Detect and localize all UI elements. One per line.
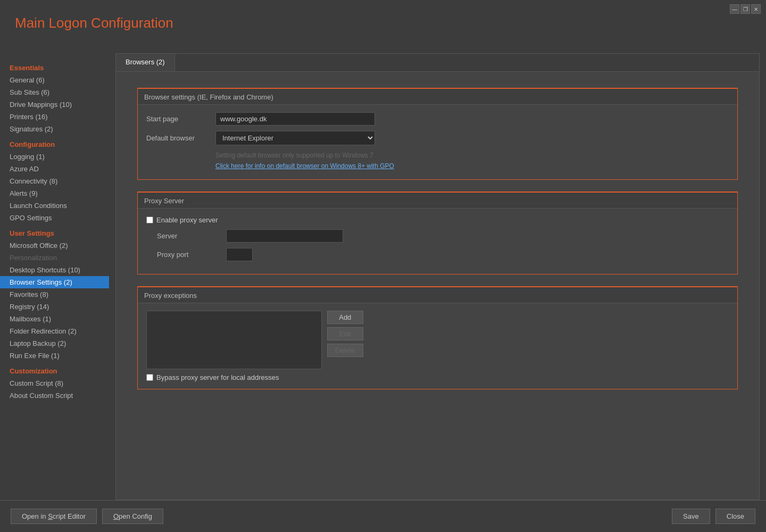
server-row: Server [157, 229, 729, 243]
proxy-exceptions-title: Proxy exceptions [138, 287, 737, 303]
restore-button[interactable]: ❐ [740, 4, 750, 14]
proxy-exceptions-inner: Add Edit Delete [146, 311, 729, 369]
server-input[interactable] [226, 229, 343, 243]
proxy-port-label: Proxy port [157, 251, 226, 259]
sidebar-item-customscript[interactable]: Custom Script (8) [0, 377, 109, 389]
app-title: Main Logon Configuration [15, 15, 173, 31]
bypass-proxy-checkbox[interactable] [146, 374, 153, 381]
sidebar-section-user-settings: User Settings [0, 224, 109, 239]
footer-left: Open in Script Editor Open Config [11, 509, 163, 524]
browser-settings-section: Browser settings (IE, Firefox and Chrome… [137, 88, 738, 180]
sidebar-item-laptopbackup[interactable]: Laptop Backup (2) [0, 337, 109, 350]
sidebar-item-alerts[interactable]: Alerts (9) [0, 187, 109, 200]
sidebar-item-azuread[interactable]: Azure AD [0, 163, 109, 175]
bypass-proxy-label: Bypass proxy server for local addresses [156, 373, 279, 381]
sidebar-section-configuration: Configuration [0, 135, 109, 151]
footer-right: Save Close [672, 509, 755, 524]
proxy-exceptions-section: Proxy exceptions Add Edit Delete Bypass … [137, 286, 738, 389]
exceptions-textarea[interactable] [146, 311, 322, 369]
sidebar-item-runexefile[interactable]: Run Exe File (1) [0, 350, 109, 362]
sidebar-section-essentials: Essentials [0, 59, 109, 74]
minimize-button[interactable]: — [730, 4, 739, 14]
sidebar-item-connectivity[interactable]: Connectivity (8) [0, 175, 109, 187]
enable-proxy-label: Enable proxy server [156, 216, 218, 224]
sidebar-item-subsites[interactable]: Sub Sites (6) [0, 86, 109, 98]
sidebar-section-customization: Customization [0, 362, 109, 377]
content-body: Browser settings (IE, Firefox and Chrome… [116, 72, 759, 500]
sidebar-item-aboutcustomscript[interactable]: About Custom Script [0, 389, 109, 402]
sidebar-item-printers[interactable]: Printers (16) [0, 111, 109, 123]
browser-settings-content: Start page Default browser Internet Expl… [138, 105, 737, 179]
start-page-row: Start page [146, 112, 729, 126]
sidebar-item-folderredirection[interactable]: Folder Redirection (2) [0, 325, 109, 337]
default-browser-label: Default browser [146, 134, 215, 142]
proxy-fields: Server Proxy port [146, 229, 729, 261]
main-layout: EssentialsGeneral (6)Sub Sites (6)Drive … [0, 53, 766, 500]
start-page-input[interactable] [215, 112, 375, 126]
sidebar-item-general[interactable]: General (6) [0, 74, 109, 86]
browser-link[interactable]: Click here for info on default browser o… [146, 161, 729, 172]
edit-button[interactable]: Edit [327, 327, 363, 340]
start-page-label: Start page [146, 115, 215, 123]
proxy-server-section: Proxy Server Enable proxy server Server … [137, 192, 738, 275]
proxy-server-content: Enable proxy server Server Proxy port [138, 209, 737, 274]
open-script-editor-label: Open in Script Editor [22, 512, 86, 520]
open-config-label: Open Config [113, 512, 152, 520]
delete-button[interactable]: Delete [327, 344, 363, 357]
proxy-exceptions-content: Add Edit Delete Bypass proxy server for … [138, 303, 737, 389]
proxy-port-row: Proxy port [157, 248, 729, 261]
sidebar-item-launchconditions[interactable]: Launch Conditions [0, 200, 109, 212]
sidebar-item-registry[interactable]: Registry (14) [0, 301, 109, 313]
sidebar-item-mailboxes[interactable]: Mailboxes (1) [0, 313, 109, 325]
bypass-row: Bypass proxy server for local addresses [146, 373, 729, 381]
default-browser-select[interactable]: Internet Explorer Firefox Chrome Edge [215, 131, 375, 145]
proxy-port-input[interactable] [226, 248, 253, 261]
tab-bar: Browsers (2) [116, 54, 759, 72]
save-button[interactable]: Save [672, 509, 710, 524]
sidebar-item-desktopshortcuts[interactable]: Desktop Shortcuts (10) [0, 264, 109, 276]
sidebar: EssentialsGeneral (6)Sub Sites (6)Drive … [0, 53, 109, 500]
proxy-server-title: Proxy Server [138, 193, 737, 209]
footer: Open in Script Editor Open Config Save C… [0, 500, 766, 532]
sidebar-item-logging[interactable]: Logging (1) [0, 151, 109, 163]
browser-settings-title: Browser settings (IE, Firefox and Chrome… [138, 89, 737, 105]
sidebar-item-gposettings[interactable]: GPO Settings [0, 212, 109, 224]
enable-proxy-row: Enable proxy server [146, 216, 729, 224]
add-button[interactable]: Add [327, 311, 363, 324]
open-config-button[interactable]: Open Config [102, 509, 163, 524]
enable-proxy-checkbox[interactable] [146, 217, 153, 223]
open-script-editor-button[interactable]: Open in Script Editor [11, 509, 97, 524]
sidebar-item-browsersettings[interactable]: Browser Settings (2) [0, 276, 109, 288]
close-button[interactable]: ✕ [751, 4, 761, 14]
sidebar-item-favorites[interactable]: Favorites (8) [0, 288, 109, 301]
browser-info-text: Setting default browser only supported u… [146, 151, 729, 161]
default-browser-row: Default browser Internet Explorer Firefo… [146, 131, 729, 145]
sidebar-item-signatures[interactable]: Signatures (2) [0, 123, 109, 135]
content-area: Browsers (2) Browser settings (IE, Firef… [115, 53, 760, 500]
close-button-footer[interactable]: Close [715, 509, 755, 524]
titlebar: — ❐ ✕ [725, 0, 766, 18]
sidebar-item-drivemappings[interactable]: Drive Mappings (10) [0, 98, 109, 111]
sidebar-item-personalization: Personalization [0, 252, 109, 264]
exceptions-buttons: Add Edit Delete [327, 311, 363, 357]
server-label: Server [157, 232, 226, 240]
sidebar-item-msoffice[interactable]: Microsoft Office (2) [0, 239, 109, 252]
tab-browsers[interactable]: Browsers (2) [116, 54, 175, 71]
